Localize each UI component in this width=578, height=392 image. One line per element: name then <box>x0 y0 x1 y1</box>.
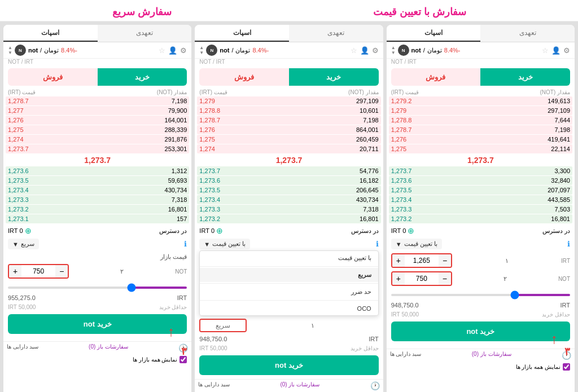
info-icon-2[interactable]: ℹ <box>376 240 379 248</box>
amount-input-label-3: NOT <box>175 268 187 275</box>
amount-field-1[interactable] <box>405 273 439 284</box>
settings-icon-1[interactable]: ⚙ <box>563 46 570 55</box>
show-all-checkbox-1[interactable] <box>563 363 570 371</box>
bid-row: 16,8011,273.2 <box>389 214 572 223</box>
settings-icon-3[interactable]: ⚙ <box>180 46 187 55</box>
portfolio-tab-2[interactable]: سبد دارایی ها <box>198 381 230 390</box>
amount-plus-3[interactable]: + <box>9 265 21 278</box>
bid-row: 16,8011,273.2 <box>6 205 189 214</box>
market-price-label-3: قیمت بازار <box>160 253 187 261</box>
ask-row: 253,3011,273.7 <box>6 144 189 153</box>
tab-taahodi-3[interactable]: تعهدی <box>98 25 192 42</box>
balance-icon-1: ⊕ <box>408 226 414 235</box>
bid-row: 206,6451,273.5 <box>197 186 380 195</box>
amount-minus-1[interactable]: − <box>439 272 451 285</box>
ask-row: 297,1091,279 <box>389 106 572 115</box>
order-book-bids-1: 3,3001,273.7 32,8401,273.6 207,0971,273.… <box>387 166 575 223</box>
ask-row: 7,1981,278.7 <box>6 96 189 105</box>
show-all-label-3: نمایش همه بازار ها <box>133 356 177 363</box>
buy-not-button-3[interactable]: خرید not <box>8 314 187 334</box>
order-book-asks-1: 149,6131,279.2 297,1091,279 7,6441,278.8… <box>387 96 575 153</box>
portfolio-tab-3[interactable]: سبد دارایی ها <box>7 343 38 353</box>
amount-minus-3[interactable]: − <box>55 265 68 278</box>
sell-button-3[interactable]: فروش <box>8 68 98 86</box>
asset-name-1: not <box>411 47 421 54</box>
amount-stepper-num-3: ۲ <box>120 268 124 275</box>
amount-input-group-1[interactable]: − + <box>391 271 452 286</box>
buy-button-2[interactable]: خرید <box>289 68 379 86</box>
buy-button-3[interactable]: خرید <box>98 68 187 86</box>
col-qty-3: مقدار (NOT) <box>157 89 187 95</box>
asset-change-2: -8.4% <box>252 47 269 54</box>
settings-icon-2[interactable]: ⚙ <box>372 46 379 55</box>
total-value-3: 955,275.0 <box>8 294 36 301</box>
dropdown-item-fast-2[interactable]: سریع <box>200 268 378 282</box>
open-orders-tab-3[interactable]: سفارشات باز (0) <box>89 343 128 353</box>
buy-button-1[interactable]: خرید <box>480 68 570 86</box>
buy-not-button-1[interactable]: خرید not <box>391 321 570 341</box>
ask-row: 297,1091,279 <box>197 96 380 105</box>
tab-spot-1[interactable]: اسپات <box>387 25 481 42</box>
tab-spot-3[interactable]: اسپات <box>3 25 98 42</box>
bid-row: 32,8401,273.6 <box>389 176 572 185</box>
col-price-2: قیمت (IRT) <box>199 89 227 95</box>
asset-change-3: -8.4% <box>61 47 77 54</box>
order-type-selector-2[interactable]: با تعیین قیمت ▼ <box>199 239 250 249</box>
bid-row: 430,7341,273.4 <box>6 186 189 195</box>
tab-taahodi-2[interactable]: تعهدی <box>289 25 383 42</box>
price-field-2[interactable] <box>200 320 246 331</box>
dropdown-item-oco-2[interactable]: OCO <box>200 302 378 315</box>
portfolio-tab-1[interactable]: سبد دارایی ها <box>390 351 422 360</box>
info-icon-3[interactable]: ℹ <box>184 240 187 248</box>
amount-slider-1[interactable] <box>391 294 570 296</box>
price-input-group-2[interactable] <box>199 319 247 332</box>
price-plus-1[interactable]: + <box>392 254 405 267</box>
dropdown-item-stoploss-2[interactable]: حد ضرر <box>200 285 378 299</box>
amount-input-group-3[interactable]: − + <box>8 264 69 279</box>
bid-row: 16,1821,273.6 <box>197 176 380 185</box>
tab-taahodi-1[interactable]: تعهدی <box>480 25 575 42</box>
history-icon-2[interactable]: 🕐 <box>370 381 380 390</box>
person-icon-3[interactable]: 👤 <box>168 46 177 55</box>
order-type-selector-1[interactable]: با تعیین قیمت ▼ <box>391 239 442 249</box>
order-book-asks-3: 7,1981,278.7 79,9001,277 164,0011,276 28… <box>3 96 191 153</box>
open-orders-tab-1[interactable]: سفارشات باز (0) <box>472 351 511 360</box>
person-icon-1[interactable]: 👤 <box>551 46 561 55</box>
sell-button-1[interactable]: فروش <box>391 68 481 86</box>
amount-plus-1[interactable]: + <box>392 272 405 285</box>
person-icon-2[interactable]: 👤 <box>360 46 369 55</box>
total-label-1: IRT <box>560 302 570 309</box>
star-icon-2[interactable]: ☆ <box>351 46 357 55</box>
price-field-1[interactable] <box>405 255 439 266</box>
total-label-2: IRT <box>369 336 379 342</box>
amount-field-3[interactable] <box>21 266 55 277</box>
col-price-3: قیمت (IRT) <box>8 89 36 95</box>
number-annotation-3: ۳ <box>181 345 187 358</box>
buy-not-button-2[interactable]: خرید not <box>199 355 378 375</box>
dropdown-item-limit-2[interactable]: با تعیین قیمت <box>200 251 378 265</box>
tab-spot-2[interactable]: اسپات <box>195 25 289 42</box>
star-icon-1[interactable]: ☆ <box>542 46 549 55</box>
amount-slider-3[interactable] <box>8 287 187 289</box>
order-type-selector-3[interactable]: سریع ▼ <box>8 239 39 249</box>
asset-badge-2: N <box>206 45 217 56</box>
asset-pair-2: NOT / IRT <box>195 59 383 66</box>
balance-value-1: 0 IRT <box>391 227 406 234</box>
asset-name-3: not <box>28 47 38 54</box>
sell-button-2[interactable]: فروش <box>199 68 289 86</box>
bid-row: 59,6931,273.5 <box>6 176 189 185</box>
balance-label-1: در دسترس <box>542 227 570 235</box>
min-order-value-3: 50,000 IRT <box>8 304 36 310</box>
title-limit: سفارش با تعیین قیمت <box>373 6 466 18</box>
min-order-value-2: 50,000 IRT <box>199 345 227 351</box>
min-order-label-1: حداقل خرید <box>542 311 570 318</box>
min-order-label-3: حداقل خرید <box>159 304 187 310</box>
price-input-group-1[interactable]: − + <box>391 253 452 268</box>
ask-row: 7,1981,278.7 <box>197 116 380 125</box>
star-icon-3[interactable]: ☆ <box>159 46 165 55</box>
ask-row: 260,4591,275 <box>197 135 380 144</box>
price-minus-1[interactable]: − <box>439 254 451 267</box>
order-type-dropdown-2[interactable]: با تعیین قیمت سریع حد ضرر OCO <box>199 250 378 316</box>
open-orders-tab-2[interactable]: سفارشات باز (0) <box>280 381 319 390</box>
info-icon-1[interactable]: ℹ <box>567 240 570 248</box>
